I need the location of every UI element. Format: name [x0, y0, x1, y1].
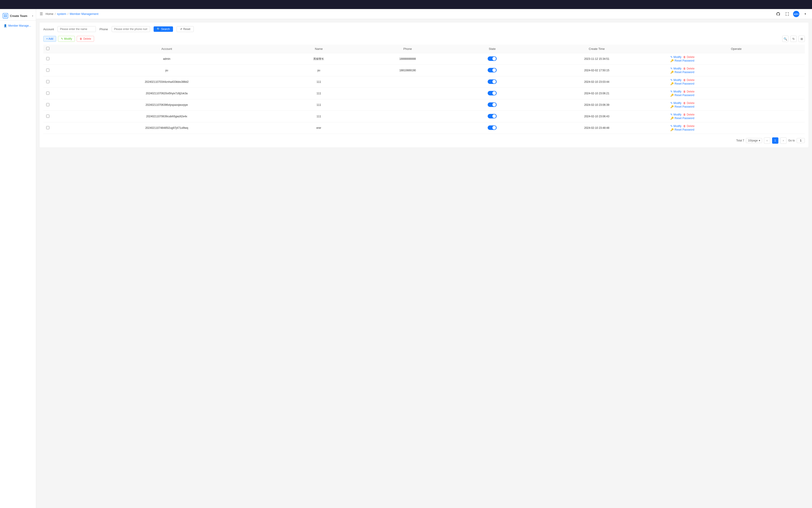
modify-link-1[interactable]: ✎ Modify: [670, 67, 681, 70]
goto-input[interactable]: [797, 138, 805, 143]
row-checkbox-4[interactable]: [46, 103, 49, 106]
cell-account-0: admin: [52, 53, 281, 65]
cell-time-5: 2024-02-10 23:06:43: [526, 111, 668, 122]
select-all-checkbox[interactable]: [46, 47, 49, 50]
action-row: + Add ✎ Modify 🗑 Delete 🔍 ↻ ⊞: [43, 36, 805, 42]
delete-button[interactable]: 🗑 Delete: [77, 36, 94, 42]
delete-link-0[interactable]: 🗑 Delete: [683, 55, 694, 59]
cell-phone-1: 18810889190: [356, 65, 459, 76]
state-toggle-2[interactable]: [488, 79, 497, 84]
content-area: ☰ Home / system / Member Management adm …: [36, 9, 812, 508]
goto-label: Go to: [788, 139, 795, 142]
reset-pwd-link-3[interactable]: 🔑 Reset Password: [670, 94, 694, 97]
breadcrumb-system[interactable]: system: [57, 12, 66, 15]
cell-time-2: 2024-02-10 23:03:44: [526, 76, 668, 88]
row-checkbox-3[interactable]: [46, 92, 49, 95]
fullscreen-icon[interactable]: [784, 11, 790, 17]
breadcrumb-home[interactable]: Home: [46, 12, 53, 15]
table-row: 20240211070639cubih5gwzlt2e4x 111 2024-0…: [43, 111, 805, 122]
row-checkbox-5[interactable]: [46, 115, 49, 118]
state-toggle-3[interactable]: [488, 91, 497, 95]
delete-link-2[interactable]: 🗑 Delete: [683, 79, 694, 82]
modify-link-5[interactable]: ✎ Modify: [670, 113, 681, 116]
row-checkbox-2[interactable]: [46, 80, 49, 83]
cell-operate-1: ✎ Modify 🗑 Delete 🔑 Reset Password: [668, 65, 805, 76]
cell-phone-6: [356, 122, 459, 134]
add-button[interactable]: + Add: [43, 36, 56, 42]
state-toggle-6[interactable]: [488, 125, 497, 130]
table-row: yu yu 18810889190 2024-02-02 17:50:15 ✎ …: [43, 65, 805, 76]
reset-pwd-link-6[interactable]: 🔑 Reset Password: [670, 128, 694, 131]
member-icon: 👤: [4, 24, 7, 27]
cell-time-3: 2024-02-10 23:06:21: [526, 88, 668, 99]
modify-link-3[interactable]: ✎ Modify: [670, 90, 681, 93]
modify-link-6[interactable]: ✎ Modify: [670, 125, 681, 128]
reset-pwd-link-1[interactable]: 🔑 Reset Password: [670, 71, 694, 74]
cell-operate-2: ✎ Modify 🗑 Delete 🔑 Reset Password: [668, 76, 805, 88]
filter-row: Account Phone 🔍 Search ↺ Reset: [43, 26, 805, 32]
sidebar-item-member-manage[interactable]: 👤 Member Manage...: [0, 22, 36, 29]
modify-link-2[interactable]: ✎ Modify: [670, 79, 681, 82]
column-settings-button[interactable]: ⊞: [799, 36, 805, 42]
cell-phone-0: 18888888888: [356, 53, 459, 65]
cell-state-2: [459, 76, 525, 88]
row-checkbox-0[interactable]: [46, 57, 49, 60]
sidebar: Create Team ▾ 👤 Member Manage...: [0, 9, 36, 508]
search-icon: 🔍: [157, 28, 160, 31]
page-1-button[interactable]: 1: [772, 137, 778, 144]
breadcrumb: Home / system / Member Management: [46, 12, 98, 15]
sidebar-header[interactable]: Create Team ▾: [0, 11, 36, 20]
delete-link-1[interactable]: 🗑 Delete: [683, 67, 694, 70]
row-checkbox-1[interactable]: [46, 69, 49, 72]
modify-icon: ✎: [61, 37, 63, 40]
cell-time-4: 2024-02-10 23:06:39: [526, 99, 668, 111]
cell-name-6: erer: [281, 122, 356, 134]
search-button[interactable]: 🔍 Search: [154, 27, 173, 32]
reset-pwd-link-0[interactable]: 🔑 Reset Password: [670, 59, 694, 62]
chevron-down-icon[interactable]: ▾: [802, 11, 808, 17]
breadcrumb-current: Member Management: [70, 12, 98, 15]
page-content: Account Phone 🔍 Search ↺ Reset: [36, 19, 812, 508]
reset-pwd-link-4[interactable]: 🔑 Reset Password: [670, 105, 694, 108]
avatar[interactable]: adm: [793, 11, 799, 17]
delete-link-3[interactable]: 🗑 Delete: [683, 90, 694, 93]
col-state: State: [459, 45, 525, 53]
state-toggle-1[interactable]: [488, 68, 497, 73]
col-name: Name: [281, 45, 356, 53]
col-create-time: Create Time: [526, 45, 668, 53]
per-page-select[interactable]: 10/page ▾: [746, 138, 762, 143]
modify-link-0[interactable]: ✎ Modify: [670, 55, 681, 59]
delete-link-5[interactable]: 🗑 Delete: [683, 113, 694, 116]
modify-button[interactable]: ✎ Modify: [58, 36, 75, 42]
reset-pwd-link-5[interactable]: 🔑 Reset Password: [670, 117, 694, 120]
reset-pwd-link-2[interactable]: 🔑 Reset Password: [670, 82, 694, 85]
cell-phone-2: [356, 76, 459, 88]
main-card: Account Phone 🔍 Search ↺ Reset: [40, 23, 808, 147]
phone-input[interactable]: [112, 26, 150, 32]
delete-link-6[interactable]: 🗑 Delete: [683, 125, 694, 128]
menu-icon[interactable]: ☰: [40, 12, 43, 16]
refresh-button[interactable]: ↻: [790, 36, 797, 42]
breadcrumb-sep1: /: [55, 12, 56, 15]
github-icon[interactable]: [775, 11, 781, 17]
row-checkbox-6[interactable]: [46, 126, 49, 129]
svg-rect-0: [4, 14, 5, 15]
account-input[interactable]: [57, 26, 96, 32]
cell-operate-0: ✎ Modify 🗑 Delete 🔑 Reset Password: [668, 53, 805, 65]
sidebar-chevron-icon: ▾: [32, 15, 33, 17]
next-page-button[interactable]: ›: [780, 137, 786, 144]
state-toggle-0[interactable]: [488, 56, 497, 61]
svg-rect-3: [6, 16, 7, 17]
reset-icon: ↺: [180, 28, 182, 31]
state-toggle-4[interactable]: [488, 102, 497, 107]
modify-link-4[interactable]: ✎ Modify: [670, 101, 681, 105]
search-toggle-button[interactable]: 🔍: [782, 36, 788, 42]
cell-time-6: 2024-02-10 23:48:48: [526, 122, 668, 134]
delete-link-4[interactable]: 🗑 Delete: [683, 101, 694, 105]
reset-button[interactable]: ↺ Reset: [177, 26, 194, 32]
cell-operate-6: ✎ Modify 🗑 Delete 🔑 Reset Password: [668, 122, 805, 134]
cell-time-1: 2024-02-02 17:50:15: [526, 65, 668, 76]
prev-page-button[interactable]: ‹: [764, 137, 770, 144]
state-toggle-5[interactable]: [488, 114, 497, 118]
sidebar-logo-icon: [3, 13, 8, 18]
